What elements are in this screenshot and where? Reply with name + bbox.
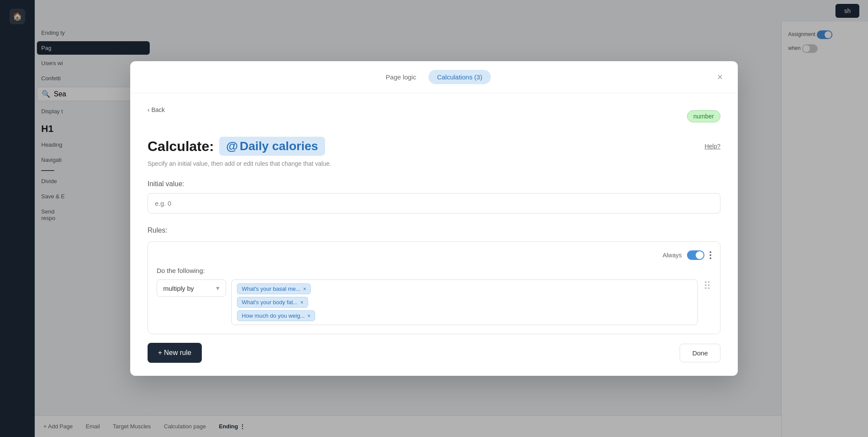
drag-dot-3 [705, 284, 707, 286]
drag-dot-6 [708, 287, 710, 289]
rule-actions-row: multiply by ▾ What's your basal me... × … [157, 279, 711, 325]
do-following-label: Do the following: [157, 267, 711, 274]
back-chevron-icon: ‹ [148, 106, 150, 113]
tab-calculations[interactable]: Calculations (3) [428, 70, 491, 84]
modal-dialog: Page logic Calculations (3) × ‹ Back num… [130, 61, 738, 376]
tag-1-close[interactable]: × [300, 299, 303, 306]
rule-toggle[interactable] [687, 250, 704, 260]
done-button[interactable]: Done [680, 344, 720, 362]
tag-2: How much do you weig... × [237, 310, 315, 321]
modal-header: Page logic Calculations (3) × [130, 61, 738, 93]
drag-dot-5 [705, 287, 707, 289]
tag-2-close[interactable]: × [307, 313, 310, 319]
tag-1-label: What's your body fat... [242, 299, 298, 306]
action-dropdown[interactable]: multiply by ▾ [157, 279, 226, 297]
calculate-title: Calculate: [148, 138, 214, 154]
calculate-heading: Calculate: Daily calories Help? [148, 137, 720, 156]
rule-more-button[interactable] [710, 251, 711, 259]
rule-card-header: Always [157, 250, 711, 260]
modal-tabs: Page logic Calculations (3) [377, 70, 491, 84]
help-link[interactable]: Help? [704, 143, 720, 150]
initial-value-input[interactable] [148, 193, 720, 214]
drag-dot-1 [705, 281, 707, 283]
dropdown-arrow-icon: ▾ [216, 284, 220, 292]
calculate-variable: Daily calories [219, 137, 325, 156]
modal-body: ‹ Back number Calculate: Daily calories … [130, 93, 738, 376]
back-button[interactable]: ‹ Back [148, 106, 165, 113]
tab-page-logic[interactable]: Page logic [377, 70, 425, 84]
more-dot-1 [710, 251, 711, 253]
drag-dot-2 [708, 281, 710, 283]
close-button[interactable]: × [713, 70, 727, 84]
more-dot-2 [710, 254, 711, 256]
tags-container: What's your basal me... × What's your bo… [231, 279, 698, 325]
tag-0-close[interactable]: × [303, 286, 306, 292]
modal-footer: + New rule Done [148, 343, 720, 363]
rules-label: Rules: [148, 227, 720, 234]
tag-2-label: How much do you weig... [242, 312, 305, 319]
modal-overlay: Page logic Calculations (3) × ‹ Back num… [0, 0, 868, 437]
initial-value-label: Initial value: [148, 180, 720, 188]
drag-handle[interactable] [703, 279, 711, 291]
tag-0-label: What's your basal me... [242, 286, 300, 292]
back-label: Back [151, 106, 165, 113]
tag-0: What's your basal me... × [237, 283, 311, 294]
rule-card: Always Do the following: multiply by ▾ [148, 241, 720, 334]
number-badge: number [687, 110, 720, 122]
new-rule-button[interactable]: + New rule [148, 343, 202, 363]
calculate-subtitle: Specify an initial value, then add or ed… [148, 160, 720, 167]
action-dropdown-label: multiply by [163, 285, 194, 292]
tag-1: What's your body fat... × [237, 297, 308, 308]
drag-dot-4 [708, 284, 710, 286]
more-dot-3 [710, 257, 711, 259]
always-label: Always [663, 252, 682, 259]
